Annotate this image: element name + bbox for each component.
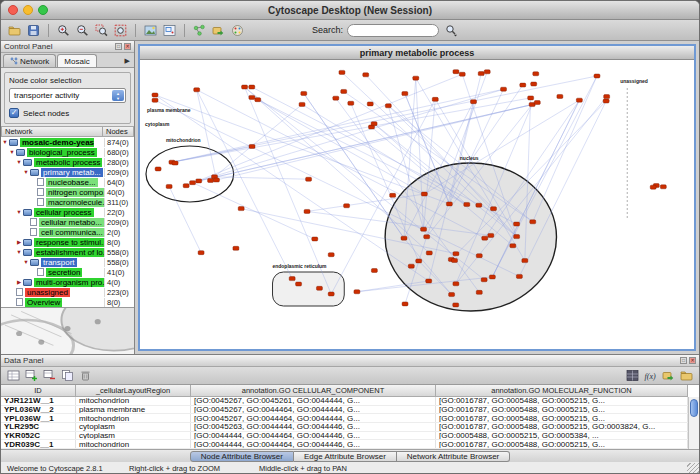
zoom-in-icon[interactable] xyxy=(55,22,72,39)
network-node[interactable] xyxy=(402,302,408,306)
cell-id[interactable]: YKR052C xyxy=(1,432,76,440)
birdseye-view-icon[interactable] xyxy=(161,22,178,39)
network-node[interactable] xyxy=(249,95,255,99)
expand-arrow-icon[interactable]: ▼ xyxy=(8,149,16,155)
save-session-icon[interactable] xyxy=(25,22,42,39)
network-node[interactable] xyxy=(594,74,600,78)
network-node[interactable] xyxy=(316,286,322,290)
tab-mosaic[interactable]: Mosaic xyxy=(57,54,96,67)
network-node[interactable] xyxy=(464,202,470,206)
network-node[interactable] xyxy=(348,101,354,105)
tree-row[interactable]: cellular metabo...209(0) xyxy=(1,217,134,227)
network-node[interactable] xyxy=(416,259,422,263)
search-config-icon[interactable] xyxy=(443,22,460,39)
tab-network[interactable]: Network xyxy=(3,54,56,67)
tab-node-attribute-browser[interactable]: Node Attribute Browser xyxy=(190,451,294,462)
cell-cellular[interactable]: [GO:0044444, GO:0044464, GO:0044446, G..… xyxy=(191,440,436,448)
network-node[interactable] xyxy=(339,70,345,74)
network-node[interactable] xyxy=(249,85,255,89)
network-node[interactable] xyxy=(183,184,189,188)
expand-arrow-icon[interactable]: ▼ xyxy=(15,209,23,215)
tree-row[interactable]: ▼primary metab...209(0) xyxy=(1,167,134,177)
network-node[interactable] xyxy=(198,251,204,255)
network-node[interactable] xyxy=(557,94,563,98)
select-attributes-icon[interactable] xyxy=(6,368,21,383)
cell-region[interactable]: plasma membrane xyxy=(76,406,191,414)
mitochondrion-region[interactable] xyxy=(146,146,234,202)
expand-arrow-icon[interactable]: ▼ xyxy=(1,139,9,145)
graphics-details-icon[interactable] xyxy=(142,22,159,39)
network-edge[interactable] xyxy=(304,93,404,238)
network-node[interactable] xyxy=(491,207,497,211)
network-node[interactable] xyxy=(471,100,477,104)
network-node[interactable] xyxy=(421,227,427,231)
network-node[interactable] xyxy=(413,76,419,80)
endoplasmic-reticulum-region[interactable] xyxy=(273,272,345,306)
network-node[interactable] xyxy=(301,91,307,95)
tree-row[interactable]: secretion41(0) xyxy=(1,267,134,277)
close-window-icon[interactable] xyxy=(8,5,18,15)
network-node[interactable] xyxy=(166,184,172,188)
cell-cellular[interactable]: [GO:0045267, GO:0044464, GO:0044444, G..… xyxy=(191,414,436,422)
tab-edge-attribute-browser[interactable]: Edge Attribute Browser xyxy=(294,451,397,462)
table-row[interactable]: YJR121W__1mitochondrion[GO:0045267, GO:0… xyxy=(1,397,688,406)
birdseye-panel[interactable] xyxy=(1,307,134,354)
cell-cellular[interactable]: [GO:0045263, GO:0044444, GO:0044446, G..… xyxy=(191,423,436,431)
tree-row[interactable]: macromolecule...311(0) xyxy=(1,197,134,207)
network-node[interactable] xyxy=(501,87,507,91)
table-row[interactable]: YKR052Ccytoplasm[GO:0044444, GO:0044464,… xyxy=(1,432,688,441)
network-node[interactable] xyxy=(344,204,350,208)
tree-row[interactable]: ▼metabolic process280(0) xyxy=(1,157,134,167)
cell-molecular[interactable]: [GO:0016787, GO:0005488, GO:0005215, G..… xyxy=(436,440,688,448)
network-node[interactable] xyxy=(242,85,248,89)
close-panel-icon[interactable]: ✕ xyxy=(689,357,696,364)
import-table-icon[interactable] xyxy=(661,368,676,383)
tree-column-nodes[interactable]: Nodes xyxy=(102,126,134,137)
network-node[interactable] xyxy=(408,264,414,268)
network-node[interactable] xyxy=(603,99,609,103)
network-node[interactable] xyxy=(426,251,432,255)
network-node[interactable] xyxy=(476,290,482,294)
tree-row[interactable]: ▶multi-organism pro...4(0) xyxy=(1,277,134,287)
cell-region[interactable]: mitochondrion xyxy=(76,414,191,422)
network-node[interactable] xyxy=(522,259,528,263)
tab-network-attribute-browser[interactable]: Network Attribute Browser xyxy=(397,451,510,462)
cell-id[interactable]: YLR295C xyxy=(1,423,76,431)
tree-row[interactable]: ▼transport558(0) xyxy=(1,257,134,267)
network-node[interactable] xyxy=(213,178,219,182)
expand-arrow-icon[interactable]: ▶ xyxy=(15,279,23,285)
table-row[interactable]: YPL036W__2plasma membrane[GO:0045267, GO… xyxy=(1,406,688,415)
scrollbar-thumb[interactable] xyxy=(690,399,698,417)
column-header-cellular-component[interactable]: annotation.GO CELLULAR_COMPONENT xyxy=(191,385,436,397)
network-node[interactable] xyxy=(255,98,261,102)
expand-arrow-icon[interactable]: ▼ xyxy=(22,169,30,175)
network-node[interactable] xyxy=(514,235,520,239)
network-node[interactable] xyxy=(289,277,295,281)
zoom-fit-icon[interactable] xyxy=(112,22,129,39)
tree-row[interactable]: unassigned223(0) xyxy=(1,287,134,297)
network-node[interactable] xyxy=(453,303,459,307)
zoom-out-icon[interactable] xyxy=(74,22,91,39)
network-node[interactable] xyxy=(476,254,482,258)
network-node[interactable] xyxy=(312,237,318,241)
float-panel-icon[interactable]: □ xyxy=(115,43,122,50)
import-network-icon[interactable] xyxy=(210,22,227,39)
network-node[interactable] xyxy=(510,244,516,248)
zoom-window-icon[interactable] xyxy=(38,5,48,15)
matrix-icon[interactable] xyxy=(625,368,640,383)
search-input[interactable] xyxy=(347,24,439,37)
network-node[interactable] xyxy=(196,179,202,183)
network-node[interactable] xyxy=(367,102,373,106)
copy-cells-icon[interactable] xyxy=(60,368,75,383)
table-row[interactable]: YPL036W__1mitochondrion[GO:0045267, GO:0… xyxy=(1,414,688,423)
network-node[interactable] xyxy=(476,203,482,207)
tree-row[interactable]: ▼mosaic-demo-yeast874(0) xyxy=(1,137,134,147)
network-node[interactable] xyxy=(576,98,582,102)
network-node[interactable] xyxy=(482,236,488,240)
function-builder-icon[interactable]: f(x) xyxy=(643,368,658,383)
cell-cellular[interactable]: [GO:0045267, GO:0044464, GO:0044444, G..… xyxy=(191,406,436,414)
cell-id[interactable]: YDR039C__1 xyxy=(1,440,76,448)
network-node[interactable] xyxy=(424,235,430,239)
network-node[interactable] xyxy=(534,101,540,105)
network-edge[interactable] xyxy=(215,104,303,176)
